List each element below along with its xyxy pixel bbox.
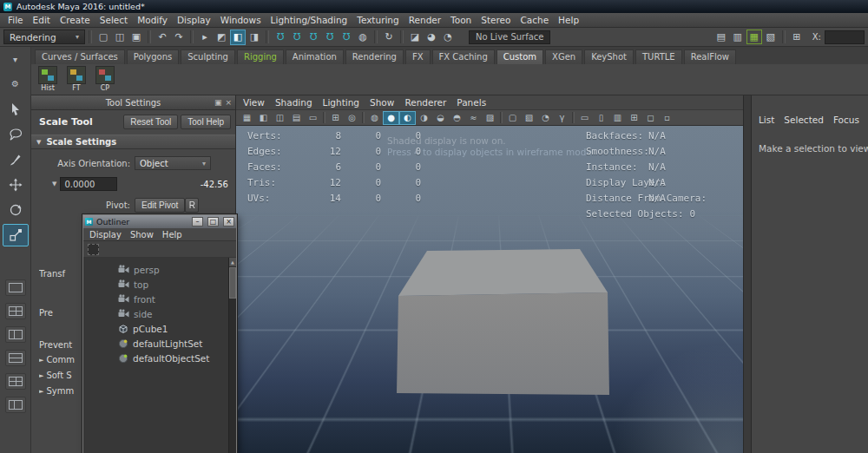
- safe-action-icon[interactable]: ◻: [642, 111, 659, 125]
- menu-select[interactable]: Select: [100, 15, 128, 25]
- menu-lighting-shading[interactable]: Lighting/Shading: [271, 15, 348, 25]
- scale-settings-section-header[interactable]: ▼ Scale Settings: [31, 135, 235, 149]
- live-surface-field[interactable]: No Live Surface: [469, 30, 550, 44]
- oversampling-icon[interactable]: ◎: [344, 111, 360, 125]
- menu-file[interactable]: File: [8, 15, 23, 25]
- gear-icon[interactable]: ⚙: [11, 79, 19, 89]
- prevent-option-clipped[interactable]: Prevent: [39, 340, 84, 350]
- resolution-gate-icon[interactable]: ▯: [593, 111, 609, 125]
- rotate-tool-button[interactable]: [3, 199, 29, 221]
- select-by-component-icon[interactable]: ◨: [247, 30, 262, 45]
- render-settings-icon[interactable]: ◔: [440, 30, 456, 45]
- snap-to-projected-center-icon[interactable]: ℧: [322, 30, 338, 45]
- menu-modify[interactable]: Modify: [137, 15, 168, 25]
- ambient-occlusion-icon[interactable]: ◓: [449, 111, 465, 125]
- symmetry-section-clipped[interactable]: ►Symm: [39, 386, 84, 396]
- outliner-item-persp[interactable]: persp: [83, 262, 236, 277]
- menu-focus[interactable]: Focus: [833, 115, 859, 125]
- channel-box-toggle-icon[interactable]: ▦: [746, 30, 762, 44]
- outliner-item-front[interactable]: front: [83, 292, 236, 306]
- layout-four-pane-button[interactable]: [5, 303, 26, 319]
- scroll-up-icon[interactable]: ▲: [229, 258, 236, 266]
- pcube1-mesh[interactable]: [391, 246, 613, 402]
- shaded-mode-icon[interactable]: ●: [383, 111, 399, 125]
- vp-menu-renderer[interactable]: Renderer: [404, 97, 446, 108]
- close-icon[interactable]: ×: [225, 98, 232, 107]
- edit-pivot-button[interactable]: Edit Pivot: [135, 198, 185, 213]
- scale-value-input[interactable]: 0.0000: [60, 177, 117, 191]
- common-selection-section-clipped[interactable]: ►Comm: [39, 355, 84, 364]
- outliner-filter-icon[interactable]: [88, 244, 99, 255]
- soft-selection-section-clipped[interactable]: ►Soft S: [39, 371, 84, 380]
- camera-attributes-icon[interactable]: ◫: [272, 111, 288, 125]
- pane-separator[interactable]: [743, 95, 752, 453]
- close-button[interactable]: ×: [223, 217, 234, 226]
- select-mask-all-icon[interactable]: ▸: [197, 30, 213, 45]
- shelf-tab-sculpting[interactable]: Sculpting: [181, 49, 235, 64]
- shelf-item-ft[interactable]: FT: [65, 66, 88, 95]
- lock-camera-icon[interactable]: ◧: [255, 111, 272, 125]
- select-tool-button[interactable]: [3, 98, 29, 121]
- outliner-item-defaultlightset[interactable]: defaultLightSet: [83, 336, 236, 351]
- menu-windows[interactable]: Windows: [220, 15, 261, 25]
- snap-to-curve-icon[interactable]: ℧: [289, 30, 305, 45]
- chevron-down-icon[interactable]: ▼: [52, 181, 56, 187]
- gate-mask-icon[interactable]: ▥: [609, 111, 626, 125]
- menu-edit[interactable]: Edit: [33, 15, 50, 25]
- reset-tool-button[interactable]: Reset Tool: [123, 115, 178, 129]
- bookmarks-icon[interactable]: ▤: [288, 111, 305, 125]
- new-scene-icon[interactable]: ▢: [95, 30, 111, 45]
- vp-menu-lighting[interactable]: Lighting: [323, 97, 359, 108]
- shelf-tab-custom[interactable]: Custom: [496, 49, 543, 64]
- attribute-editor-toggle-icon[interactable]: ▤: [713, 30, 729, 45]
- shelf-tab-rigging[interactable]: Rigging: [237, 49, 284, 64]
- snap-to-view-plane-icon[interactable]: ℧: [339, 30, 354, 45]
- shelf-tab-curves-surfaces[interactable]: Curves / Surfaces: [35, 49, 125, 64]
- select-by-hierarchy-icon[interactable]: ◩: [214, 30, 229, 45]
- shelf-tab-realflow[interactable]: RealFlow: [684, 49, 736, 64]
- outliner-menu-help[interactable]: Help: [162, 230, 182, 240]
- snap-to-point-icon[interactable]: ℧: [306, 30, 321, 45]
- render-current-frame-icon[interactable]: ◪: [407, 30, 423, 45]
- tool-settings-toggle-icon[interactable]: ▥: [730, 30, 746, 45]
- layout-outliner-persp-button[interactable]: [5, 397, 26, 413]
- shelf-tabs-menu-icon[interactable]: ▾: [13, 55, 17, 64]
- construction-history-icon[interactable]: ↻: [381, 30, 397, 45]
- shelf-tab-keyshot[interactable]: KeyShot: [584, 49, 634, 64]
- menu-help[interactable]: Help: [558, 15, 579, 25]
- dock-icon[interactable]: ▣: [214, 98, 222, 107]
- shelf-tab-polygons[interactable]: Polygons: [127, 49, 180, 64]
- axis-orientation-dropdown[interactable]: Object ▾: [135, 156, 211, 170]
- redo-icon[interactable]: ↷: [171, 30, 187, 45]
- preserve-section-clipped[interactable]: Pre: [39, 308, 84, 318]
- menu-toon[interactable]: Toon: [450, 15, 471, 25]
- layout-four-pane-alt-button[interactable]: [5, 373, 26, 390]
- grid-toggle-icon[interactable]: ⊞: [789, 30, 805, 45]
- outliner-scrollbar[interactable]: ▲: [228, 258, 236, 453]
- xray-icon[interactable]: ▧: [521, 111, 537, 125]
- menu-create[interactable]: Create: [60, 15, 90, 25]
- open-scene-icon[interactable]: ◫: [112, 30, 128, 45]
- vp-menu-show[interactable]: Show: [370, 97, 394, 108]
- menu-cache[interactable]: Cache: [520, 15, 549, 25]
- motion-blur-icon[interactable]: ≈: [465, 111, 482, 125]
- shelf-item-hist[interactable]: Hist: [36, 66, 59, 95]
- menu-set-selector[interactable]: Rendering ▾: [3, 30, 85, 44]
- outliner-menu-display[interactable]: Display: [89, 230, 122, 240]
- x-coordinate-input[interactable]: [825, 30, 865, 44]
- menu-display[interactable]: Display: [177, 15, 211, 25]
- exposure-icon[interactable]: ◔: [537, 111, 554, 125]
- menu-texturing[interactable]: Texturing: [357, 15, 398, 25]
- wireframe-mode-icon[interactable]: ◍: [366, 111, 383, 125]
- textured-mode-icon[interactable]: ◐: [399, 111, 416, 125]
- shelf-item-cp[interactable]: CP: [94, 66, 116, 95]
- multisample-icon[interactable]: ▨: [482, 111, 498, 125]
- shelf-tab-rendering[interactable]: Rendering: [345, 49, 404, 64]
- outliner-titlebar[interactable]: M Outliner – □ ×: [83, 215, 236, 228]
- tool-help-button[interactable]: Tool Help: [181, 115, 231, 129]
- menu-render[interactable]: Render: [409, 15, 441, 25]
- lasso-tool-button[interactable]: [3, 123, 29, 146]
- shadows-icon[interactable]: ◒: [432, 111, 449, 125]
- make-live-icon[interactable]: ◍: [355, 30, 371, 45]
- maximize-button[interactable]: □: [207, 217, 219, 226]
